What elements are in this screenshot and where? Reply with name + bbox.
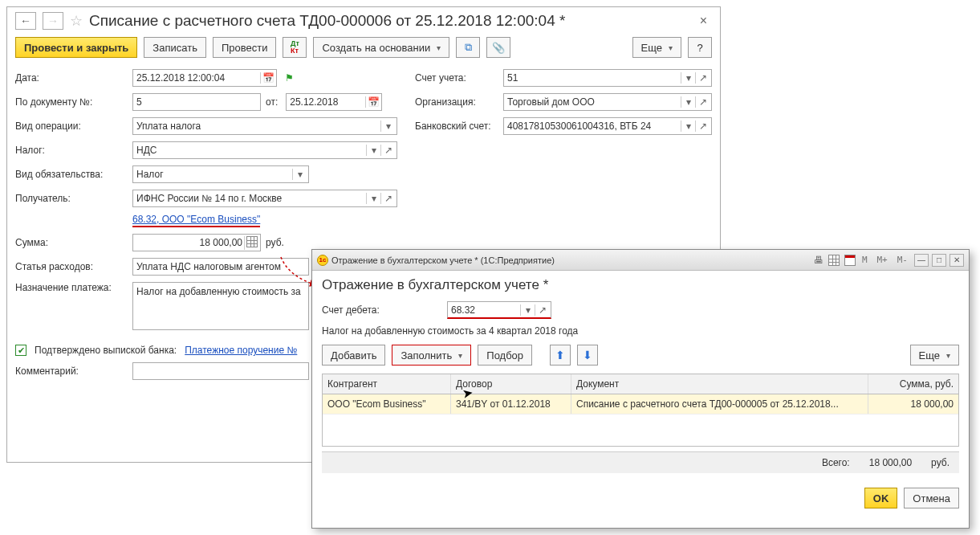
docno-label: По документу №: bbox=[15, 96, 128, 108]
comment-field[interactable] bbox=[132, 362, 309, 380]
popup-toolbar: Добавить Заполнить Подбор ⬆ ⬇ Еще bbox=[322, 345, 959, 366]
docno-field[interactable]: 5 bbox=[132, 93, 261, 111]
dropdown-icon[interactable]: ▾ bbox=[292, 169, 305, 180]
total-cur: руб. bbox=[931, 457, 950, 468]
calendar-icon[interactable]: 📅 bbox=[260, 72, 273, 84]
payment-order-link[interactable]: Платежное поручение № bbox=[185, 345, 297, 356]
move-up-button[interactable]: ⬆ bbox=[550, 345, 571, 366]
help-button[interactable]: ? bbox=[688, 37, 712, 58]
bankacc-label: Банковский счет: bbox=[415, 120, 495, 132]
pick-button[interactable]: Подбор bbox=[478, 345, 532, 366]
grid-row[interactable]: ООО "Ecom Business" 341/BY от 01.12.2018… bbox=[323, 394, 958, 414]
open-icon[interactable]: ↗ bbox=[695, 120, 708, 132]
grid-header: Контрагент Договор Документ Сумма, руб. bbox=[323, 374, 958, 394]
popup-window-title: Отражение в бухгалтерском учете * (1С:Пр… bbox=[331, 255, 555, 265]
open-icon[interactable]: ↗ bbox=[380, 145, 393, 156]
col-sum[interactable]: Сумма, руб. bbox=[868, 374, 958, 394]
tax-field[interactable]: НДС ▾ ↗ bbox=[132, 141, 397, 159]
save-button[interactable]: Записать bbox=[144, 37, 206, 58]
m-button[interactable]: M bbox=[859, 255, 871, 265]
mminus-button[interactable]: M- bbox=[894, 255, 911, 265]
popup-titlebar: 1c Отражение в бухгалтерском учете * (1С… bbox=[312, 250, 969, 271]
debit-acc-label: Счет дебета: bbox=[322, 304, 442, 316]
cancel-button[interactable]: Отмена bbox=[904, 488, 959, 508]
open-icon[interactable]: ↗ bbox=[695, 96, 708, 108]
oneC-logo-icon: 1c bbox=[317, 255, 328, 266]
dropdown-icon[interactable]: ▾ bbox=[520, 304, 533, 316]
tax-label: Налог: bbox=[15, 145, 128, 156]
calculator-icon[interactable] bbox=[244, 236, 257, 250]
nav-forward-button[interactable]: → bbox=[43, 12, 63, 30]
fill-button[interactable]: Заполнить bbox=[392, 345, 471, 366]
col-counterparty[interactable]: Контрагент bbox=[323, 374, 451, 394]
optype-field[interactable]: Уплата налога ▾ bbox=[132, 117, 397, 135]
currency-label: руб. bbox=[266, 237, 284, 248]
ok-button[interactable]: OK bbox=[864, 488, 898, 508]
dropdown-icon[interactable]: ▾ bbox=[366, 193, 379, 204]
calendar-icon[interactable]: 📅 bbox=[365, 96, 378, 108]
favorite-icon[interactable]: ☆ bbox=[70, 12, 83, 30]
attach-button[interactable] bbox=[486, 37, 510, 58]
grid-empty-area bbox=[323, 414, 958, 446]
popup-desc: Налог на добавленную стоимость за 4 квар… bbox=[322, 325, 578, 337]
account-field[interactable]: 51 ▾ ↗ bbox=[503, 69, 712, 87]
post-button[interactable]: Провести bbox=[213, 37, 277, 58]
dropdown-icon[interactable]: ▾ bbox=[366, 145, 379, 156]
date-field[interactable]: 25.12.2018 12:00:04 📅 bbox=[132, 69, 277, 87]
open-icon[interactable]: ↗ bbox=[380, 193, 393, 204]
sum-field[interactable]: 18 000,00 bbox=[132, 234, 261, 251]
nav-back-button[interactable]: ← bbox=[15, 12, 36, 30]
date-label: Дата: bbox=[15, 72, 128, 84]
close-window-icon[interactable]: ✕ bbox=[950, 254, 964, 267]
move-down-button[interactable]: ⬇ bbox=[577, 345, 598, 366]
main-toolbar: Провести и закрыть Записать Провести ДтК… bbox=[7, 35, 720, 66]
org-field[interactable]: Торговый дом ООО ▾ ↗ bbox=[503, 93, 712, 111]
expense-field[interactable]: Уплата НДС налоговым агентом bbox=[132, 258, 309, 276]
popup-more-button[interactable]: Еще bbox=[910, 345, 959, 366]
confirmed-checkbox[interactable]: ✔ bbox=[15, 345, 26, 356]
page-title: Списание с расчетного счета ТД00-000006 … bbox=[89, 12, 565, 30]
col-document[interactable]: Документ bbox=[571, 374, 868, 394]
print-icon[interactable] bbox=[814, 255, 823, 266]
purpose-label: Назначение платежа: bbox=[15, 282, 128, 293]
org-label: Организация: bbox=[415, 96, 495, 108]
totals-bar: Всего: 18 000,00 руб. bbox=[322, 451, 959, 473]
popup-body: Отражение в бухгалтерском учете * Счет д… bbox=[312, 271, 969, 481]
open-icon[interactable]: ↗ bbox=[695, 72, 708, 84]
dt-kt-button[interactable]: ДтКт bbox=[283, 37, 307, 58]
more-button[interactable]: Еще bbox=[632, 37, 681, 58]
account-link[interactable]: 68.32, ООО "Ecom Business" bbox=[132, 214, 260, 227]
expense-label: Статья расходов: bbox=[15, 261, 128, 272]
calendar31-icon[interactable] bbox=[844, 255, 856, 266]
debit-acc-field[interactable]: 68.32 ▾ ↗ bbox=[447, 301, 551, 319]
popup-title: Отражение в бухгалтерском учете * bbox=[322, 277, 959, 293]
structure-button[interactable] bbox=[456, 37, 480, 58]
comment-label: Комментарий: bbox=[15, 366, 128, 377]
close-icon[interactable]: × bbox=[695, 14, 712, 28]
popup-window: 1c Отражение в бухгалтерском учете * (1С… bbox=[311, 249, 970, 529]
clip-icon bbox=[492, 42, 505, 54]
calc-icon[interactable] bbox=[828, 255, 840, 266]
minimize-icon[interactable]: — bbox=[914, 254, 929, 267]
mplus-button[interactable]: M+ bbox=[874, 255, 891, 265]
dropdown-icon[interactable]: ▾ bbox=[380, 120, 393, 132]
liab-field[interactable]: Налог ▾ bbox=[132, 165, 309, 183]
bankacc-field[interactable]: 40817810530061004316, ВТБ 24 ▾ ↗ bbox=[503, 117, 712, 135]
post-and-close-button[interactable]: Провести и закрыть bbox=[15, 37, 137, 58]
recipient-label: Получатель: bbox=[15, 193, 128, 204]
grid: Контрагент Договор Документ Сумма, руб. … bbox=[322, 374, 959, 447]
purpose-field[interactable]: Налог на добавленную стоимость за bbox=[132, 282, 309, 330]
docdate-field[interactable]: 25.12.2018 📅 bbox=[286, 93, 382, 111]
dropdown-icon[interactable]: ▾ bbox=[681, 96, 693, 108]
green-flag-icon bbox=[285, 72, 294, 84]
create-based-button[interactable]: Создать на основании bbox=[313, 37, 449, 58]
maximize-icon[interactable]: □ bbox=[932, 254, 946, 267]
total-label: Всего: bbox=[822, 457, 850, 468]
sum-label: Сумма: bbox=[15, 237, 128, 248]
add-button[interactable]: Добавить bbox=[322, 345, 385, 366]
confirmed-label: Подтверждено выпиской банка: bbox=[35, 345, 177, 356]
dropdown-icon[interactable]: ▾ bbox=[681, 72, 693, 84]
open-icon[interactable]: ↗ bbox=[535, 304, 547, 316]
recipient-field[interactable]: ИФНС России № 14 по г. Москве ▾ ↗ bbox=[132, 190, 397, 207]
dropdown-icon[interactable]: ▾ bbox=[681, 120, 693, 132]
